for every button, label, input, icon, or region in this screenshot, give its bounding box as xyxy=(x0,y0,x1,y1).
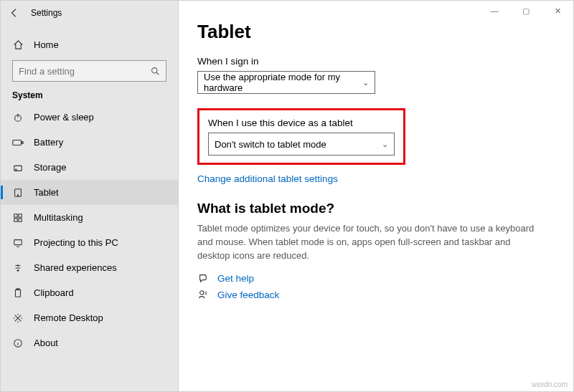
chevron-down-icon: ⌄ xyxy=(362,78,369,87)
get-help-link: Get help xyxy=(217,273,254,284)
give-feedback-link: Give feedback xyxy=(217,290,279,300)
sign-in-dropdown[interactable]: Use the appropriate mode for my hardware… xyxy=(197,71,375,94)
svg-rect-3 xyxy=(22,141,23,143)
sign-in-label: When I sign in xyxy=(197,56,555,67)
sidebar-item-label: Storage xyxy=(34,162,67,173)
sidebar-item-remote-desktop[interactable]: Remote Desktop xyxy=(1,305,178,330)
sidebar-item-label: Power & sleep xyxy=(34,112,94,123)
sidebar-item-about[interactable]: About xyxy=(1,330,178,355)
multitasking-icon xyxy=(12,213,24,223)
sidebar: Settings Home System Power & sleep Batte… xyxy=(1,1,179,391)
tablet-icon xyxy=(12,188,24,198)
svg-point-7 xyxy=(17,194,18,195)
svg-rect-11 xyxy=(19,218,22,221)
power-icon xyxy=(12,113,24,123)
chevron-down-icon: ⌄ xyxy=(382,140,388,149)
svg-rect-8 xyxy=(14,214,17,216)
svg-rect-12 xyxy=(14,239,22,244)
watermark: wsxdn.com xyxy=(532,381,568,388)
main-content: — ▢ ✕ Tablet When I sign in Use the appr… xyxy=(179,1,573,391)
sidebar-item-label: Remote Desktop xyxy=(34,312,103,323)
storage-icon xyxy=(12,163,24,173)
sidebar-item-label: Shared experiences xyxy=(34,262,117,273)
feedback-icon xyxy=(197,290,209,300)
svg-point-5 xyxy=(16,168,17,169)
app-title: Settings xyxy=(31,8,62,18)
sidebar-item-projecting[interactable]: Projecting to this PC xyxy=(1,230,178,255)
home-button[interactable]: Home xyxy=(1,34,178,56)
sidebar-item-battery[interactable]: Battery xyxy=(1,130,178,155)
give-feedback-row[interactable]: Give feedback xyxy=(197,290,555,300)
clipboard-icon xyxy=(12,288,24,298)
use-as-tablet-value: Don't switch to tablet mode xyxy=(215,139,326,150)
highlighted-setting: When I use this device as a tablet Don't… xyxy=(197,108,405,165)
svg-rect-2 xyxy=(13,140,22,145)
sidebar-item-label: Battery xyxy=(34,137,63,148)
shared-icon xyxy=(12,263,24,273)
close-button[interactable]: ✕ xyxy=(542,1,573,21)
svg-rect-4 xyxy=(14,166,22,171)
page-title: Tablet xyxy=(197,21,555,43)
maximize-button[interactable]: ▢ xyxy=(510,1,542,21)
remote-desktop-icon xyxy=(12,313,24,323)
sidebar-item-power-sleep[interactable]: Power & sleep xyxy=(1,105,178,130)
titlebar: Settings xyxy=(1,1,178,22)
svg-rect-9 xyxy=(19,214,22,216)
sidebar-item-label: Multitasking xyxy=(34,212,83,223)
sidebar-item-multitasking[interactable]: Multitasking xyxy=(1,205,178,230)
svg-point-16 xyxy=(200,291,204,295)
info-heading: What is tablet mode? xyxy=(197,201,555,216)
help-icon xyxy=(197,273,209,283)
section-label-system: System xyxy=(1,82,178,105)
sidebar-item-storage[interactable]: Storage xyxy=(1,155,178,180)
info-body: Tablet mode optimizes your device for to… xyxy=(197,222,542,263)
sign-in-value: Use the appropriate mode for my hardware xyxy=(204,72,362,93)
setting-sign-in: When I sign in Use the appropriate mode … xyxy=(197,56,555,94)
nav-list: Power & sleep Battery Storage Tablet Mul… xyxy=(1,105,178,391)
additional-settings-link[interactable]: Change additional tablet settings xyxy=(197,173,338,184)
about-icon xyxy=(12,338,24,348)
minimize-button[interactable]: — xyxy=(479,1,510,21)
window-controls: — ▢ ✕ xyxy=(479,1,573,21)
projecting-icon xyxy=(12,238,24,248)
use-as-tablet-label: When I use this device as a tablet xyxy=(208,118,395,128)
home-icon xyxy=(12,39,24,50)
search-icon xyxy=(151,67,160,76)
sidebar-item-clipboard[interactable]: Clipboard xyxy=(1,280,178,305)
svg-point-0 xyxy=(152,67,157,72)
svg-rect-10 xyxy=(14,218,17,221)
use-as-tablet-dropdown[interactable]: Don't switch to tablet mode ⌄ xyxy=(208,133,395,156)
back-icon[interactable] xyxy=(9,8,19,18)
sidebar-item-label: About xyxy=(34,338,58,348)
svg-rect-13 xyxy=(16,289,21,297)
sidebar-item-tablet[interactable]: Tablet xyxy=(1,180,178,205)
sidebar-item-label: Clipboard xyxy=(34,287,74,298)
home-label: Home xyxy=(34,39,59,50)
sidebar-item-shared-experiences[interactable]: Shared experiences xyxy=(1,255,178,280)
sidebar-item-label: Projecting to this PC xyxy=(34,237,118,248)
search-input[interactable] xyxy=(12,60,166,82)
get-help-row[interactable]: Get help xyxy=(197,273,555,284)
search-field[interactable] xyxy=(19,66,151,77)
battery-icon xyxy=(12,138,24,148)
sidebar-item-label: Tablet xyxy=(34,187,59,198)
